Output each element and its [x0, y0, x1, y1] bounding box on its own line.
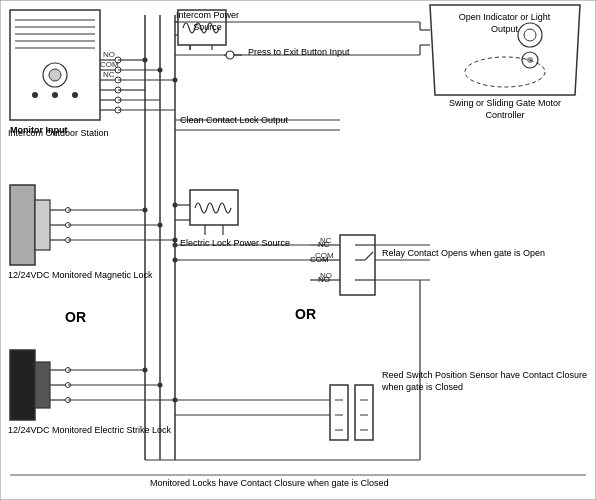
svg-point-112 [158, 383, 163, 388]
reed-switch-label: Reed Switch Position Sensor have Contact… [382, 370, 596, 393]
svg-point-30 [226, 51, 234, 59]
svg-text:NO: NO [103, 50, 115, 59]
svg-point-72 [173, 243, 178, 248]
svg-point-97 [143, 208, 148, 213]
press-to-exit-label: Press to Exit Button Input [248, 47, 350, 59]
svg-rect-115 [355, 385, 373, 440]
svg-rect-101 [35, 362, 50, 408]
svg-rect-114 [330, 385, 348, 440]
svg-point-99 [173, 238, 178, 243]
svg-text:COM: COM [100, 60, 119, 69]
svg-point-11 [72, 92, 78, 98]
nc-relay-label: NC [318, 240, 330, 250]
svg-rect-53 [190, 190, 238, 225]
no-relay-label: NO [318, 275, 330, 285]
svg-point-44 [173, 78, 178, 83]
intercom-power-label: Intercom Power Source [175, 10, 240, 33]
svg-point-9 [32, 92, 38, 98]
svg-point-111 [143, 368, 148, 373]
svg-point-42 [143, 58, 148, 63]
relay-contact-label: Relay Contact Opens when gate is Open [382, 248, 545, 260]
svg-text:NC: NC [103, 70, 115, 79]
svg-point-10 [52, 92, 58, 98]
svg-point-73 [173, 258, 178, 263]
svg-point-98 [158, 223, 163, 228]
svg-point-8 [49, 69, 61, 81]
clean-contact-label: Clean Contact Lock Output [180, 115, 288, 127]
svg-point-80 [527, 57, 533, 63]
electric-strike-label: 12/24VDC Monitored Electric Strike Lock [8, 425, 171, 437]
svg-rect-87 [35, 200, 50, 250]
svg-rect-100 [10, 350, 35, 420]
svg-point-58 [173, 203, 178, 208]
swing-gate-label: Swing or Sliding Gate Motor Controller [435, 98, 575, 121]
svg-point-43 [158, 68, 163, 73]
svg-rect-59 [340, 235, 375, 295]
or-label-bottom: OR [295, 305, 316, 323]
intercom-outdoor-label: Intercom Outdoor Station [8, 128, 109, 140]
com-relay-label: COM [310, 255, 329, 265]
monitored-locks-label: Monitored Locks have Contact Closure whe… [150, 478, 389, 490]
svg-rect-86 [10, 185, 35, 265]
open-indicator-label: Open Indicator or Light Output [447, 12, 562, 35]
electric-lock-power-label: Electric Lock Power Source [180, 238, 290, 250]
or-label-top: OR [65, 308, 86, 326]
magnetic-lock-label: 12/24VDC Monitored Magnetic Lock [8, 270, 153, 282]
wiring-diagram: NO COM NC [0, 0, 596, 500]
